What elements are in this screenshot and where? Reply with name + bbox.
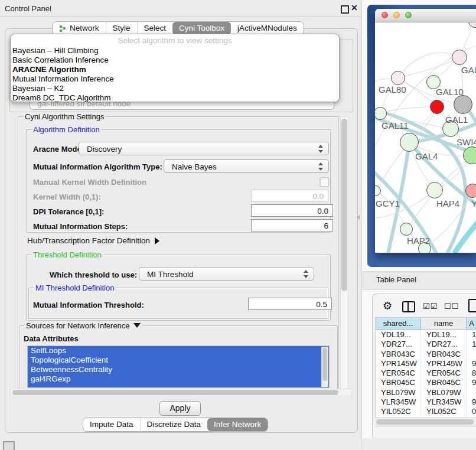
column-header-shared-[interactable]: shared... [376, 318, 421, 330]
table-cell: 13 [467, 330, 476, 340]
table-row[interactable]: YIL052CYIL052C0. [376, 407, 476, 416]
attribute-item[interactable]: gal4RGexp [28, 374, 329, 384]
node-hap2[interactable] [400, 223, 413, 236]
table-row[interactable]: YBL079WYBL079W [376, 388, 476, 397]
attribute-item[interactable]: BetweennessCentrality [28, 365, 329, 374]
control-panel-title: Control Panel [5, 4, 51, 13]
node-pink-top[interactable] [452, 50, 467, 65]
tab-style[interactable]: Style [106, 22, 137, 35]
table-cell: YIL052C [376, 407, 421, 416]
panel-divider-grip[interactable] [357, 215, 360, 220]
which-threshold-combo[interactable]: MI Threshold [139, 267, 314, 281]
hub-definition-expander[interactable]: Hub/Transcription Factor Definition [27, 236, 159, 245]
attribute-item[interactable]: SelfLoops [28, 346, 329, 356]
tab-label: Impute Data [90, 418, 133, 431]
tab-network[interactable]: Network [53, 22, 106, 35]
node-label-gal10: GAL10 [436, 87, 464, 97]
table-horizontal-scrollbar[interactable] [375, 418, 476, 426]
data-attributes-list[interactable]: SelfLoopsTopologicalCoefficientBetweenne… [27, 345, 330, 388]
table-row[interactable]: YDR27...YDR27...12 [376, 340, 476, 349]
table-row[interactable]: YDL19...YDL19...13 [376, 330, 476, 340]
node-right-green[interactable] [463, 146, 476, 164]
algorithm-option[interactable]: Bayesian – K2 [11, 84, 339, 93]
node-label-gal80: GAL80 [379, 84, 406, 94]
expander-collapsed-icon [155, 237, 159, 244]
tab-discretize-data[interactable]: Discretize Data [140, 418, 208, 431]
tab-select[interactable]: Select [137, 22, 173, 35]
node-label-hap2: HAP2 [407, 236, 430, 246]
table-cell: 9. [467, 378, 476, 387]
tab-label: Network [70, 22, 99, 35]
network-window-titlebar[interactable] [375, 9, 476, 22]
settings-horizontal-scrollbar[interactable] [10, 389, 352, 396]
table-row[interactable]: YPR145WYPR145W9. [376, 359, 476, 369]
cyni-settings-group-title: Cyni Algorithm Settings [23, 112, 106, 121]
mi-steps-field[interactable]: 6 [251, 219, 333, 231]
algorithm-option[interactable]: Bayesian – Hill Climbing [11, 46, 339, 56]
algorithm-dropdown-placeholder: Select algorithm to view settings [11, 36, 339, 46]
network-window[interactable]: GALGAL80GAL10GAL11GAL1SWI4GAL4GCY1HAP4YH… [375, 9, 476, 253]
table-panel: ⚙ ☑☑ ☐☐ shared...nameA YDL19...YDL19...1… [372, 294, 476, 439]
which-threshold-label: Which threshold to use: [50, 270, 137, 279]
manual-kernel-checkbox[interactable] [319, 177, 330, 187]
minimize-window-icon[interactable] [393, 12, 400, 18]
node-right-pink[interactable] [465, 184, 476, 198]
column-header-a[interactable]: A [467, 318, 476, 330]
kernel-width-field[interactable]: 0.0 [251, 190, 328, 202]
algorithm-option[interactable]: Mutual Information Inference [11, 74, 339, 84]
attribute-item[interactable]: TopologicalCoefficient [28, 356, 329, 365]
list-scrollbar[interactable] [321, 347, 328, 387]
node-label-gal: GAL [461, 65, 476, 75]
network-canvas[interactable]: GALGAL80GAL10GAL11GAL1SWI4GAL4GCY1HAP4YH… [375, 22, 476, 253]
docked-panel-icon[interactable] [3, 441, 15, 450]
algorithm-option[interactable]: ARACNE Algorithm [11, 65, 339, 74]
tab-jactivemnodules[interactable]: jActiveMNodules [231, 22, 304, 35]
float-panel-icon[interactable] [341, 5, 349, 14]
columns-icon[interactable] [402, 301, 415, 312]
table-cell: 12 [467, 340, 476, 349]
aracne-mode-combo[interactable]: Discovery [79, 142, 329, 155]
aracne-mode-value: Discovery [87, 145, 122, 154]
mi-type-combo[interactable]: Naive Bayes [164, 159, 329, 173]
kernel-width-label: Kernel Width (0,1): [33, 193, 101, 201]
table-row[interactable]: YBR045CYBR045C9. [376, 378, 476, 387]
mi-threshold-field[interactable]: 0.5 [248, 298, 332, 310]
close-window-icon[interactable] [382, 12, 388, 18]
node-gal4[interactable] [400, 133, 419, 152]
tab-impute-data[interactable]: Impute Data [83, 418, 140, 431]
settings-vertical-scrollbar[interactable] [340, 116, 348, 392]
table-cell: YDR27... [376, 340, 421, 349]
apply-button[interactable]: Apply [159, 401, 201, 416]
table-cell [467, 388, 476, 397]
node-gal80[interactable] [391, 71, 405, 85]
tab-infer-network[interactable]: Infer Network [207, 418, 268, 431]
gear-icon[interactable]: ⚙ [383, 299, 392, 312]
algorithm-option[interactable]: Basic Correlation Inference [11, 56, 339, 65]
mi-steps-label: Mutual Information Steps: [33, 222, 128, 231]
node-red[interactable] [430, 100, 444, 114]
mi-threshold-label: Mutual Information Threshold: [33, 301, 144, 309]
deselect-all-checkboxes-icon[interactable]: ☐☐ [444, 302, 459, 311]
dpi-tolerance-label: DPI Tolerance [0,1]: [33, 207, 104, 216]
table-row[interactable]: YLR345WYLR345W9. [376, 397, 476, 407]
table-row[interactable]: YBR043CYBR043C [376, 350, 476, 359]
dpi-tolerance-field[interactable]: 0.0 [251, 204, 333, 217]
node-gal10[interactable] [454, 95, 472, 114]
tab-cyni-toolbox[interactable]: Cyni Toolbox [172, 22, 231, 35]
node-hap4[interactable] [426, 182, 443, 198]
algorithm-option[interactable]: Dream8 DC_TDC Algorithm [11, 93, 339, 103]
bottom-tabbar: Impute DataDiscretize DataInfer Network [83, 418, 268, 432]
column-header-name[interactable]: name [421, 318, 467, 330]
select-all-checkboxes-icon[interactable]: ☑☑ [423, 302, 438, 311]
sources-group-title[interactable]: Sources for Network Inference [24, 321, 142, 330]
node-label-gal1: GAL1 [445, 115, 468, 125]
zoom-window-icon[interactable] [405, 12, 412, 18]
table-cell: YPR145W [376, 359, 421, 369]
table-cell: YBR045C [421, 378, 467, 387]
table-cell: YLR345W [421, 397, 467, 407]
close-panel-icon[interactable]: ✕ [351, 3, 358, 12]
new-table-icon[interactable] [468, 299, 476, 312]
tab-label: Cyni Toolbox [179, 22, 224, 35]
table-cell: 9. [467, 359, 476, 369]
table-row[interactable]: YER054CYER054C8. [376, 369, 476, 378]
